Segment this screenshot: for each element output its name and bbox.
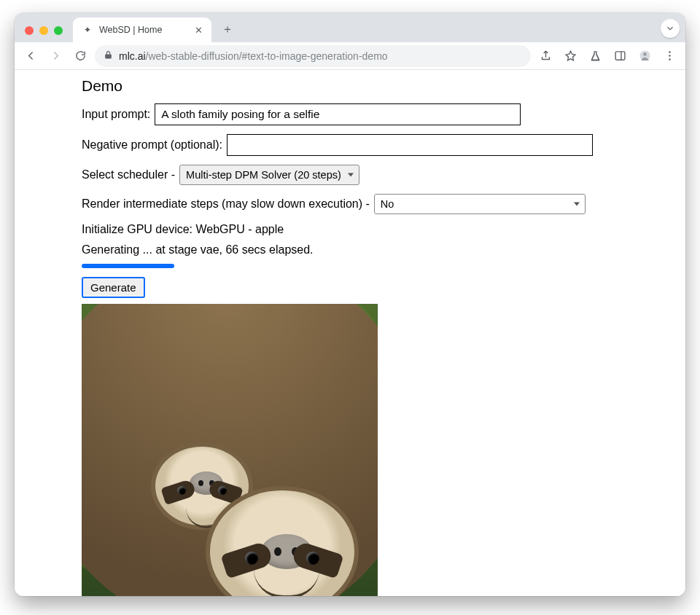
nav-reload-button[interactable] bbox=[70, 46, 90, 66]
demo-page: Demo Input prompt: Negative prompt (opti… bbox=[82, 76, 685, 596]
lock-icon bbox=[104, 50, 113, 62]
address-url: mlc.ai/web-stable-diffusion/#text-to-ima… bbox=[119, 50, 388, 62]
share-button[interactable] bbox=[535, 46, 556, 66]
url-path: /web-stable-diffusion/#text-to-image-gen… bbox=[146, 50, 388, 62]
page-viewport: Demo Input prompt: Negative prompt (opti… bbox=[15, 70, 685, 596]
progress-bar bbox=[82, 264, 548, 268]
negative-prompt-label: Negative prompt (optional): bbox=[82, 138, 222, 152]
window-traffic-lights bbox=[20, 26, 67, 42]
nav-back-button[interactable] bbox=[20, 46, 41, 66]
browser-window: ✦ WebSD | Home ✕ ＋ mlc.ai/web-stable-dif… bbox=[15, 13, 685, 596]
scheduler-label: Select scheduler - bbox=[82, 168, 175, 181]
input-prompt-field[interactable] bbox=[155, 103, 521, 125]
negative-prompt-field[interactable] bbox=[227, 134, 593, 156]
profile-avatar-icon[interactable] bbox=[634, 46, 655, 66]
browser-toolbar: mlc.ai/web-stable-diffusion/#text-to-ima… bbox=[15, 42, 685, 70]
render-select-wrap: No bbox=[374, 194, 586, 214]
scheduler-select-wrap: Multi-step DPM Solver (20 steps) bbox=[179, 165, 359, 185]
address-bar[interactable]: mlc.ai/web-stable-diffusion/#text-to-ima… bbox=[95, 45, 531, 67]
svg-point-3 bbox=[643, 52, 647, 56]
page-heading: Demo bbox=[82, 77, 685, 95]
svg-point-4 bbox=[669, 51, 671, 53]
svg-rect-0 bbox=[615, 52, 625, 60]
url-host: mlc.ai bbox=[119, 50, 146, 62]
nav-forward-button[interactable] bbox=[45, 46, 66, 66]
scheduler-row: Select scheduler - Multi-step DPM Solver… bbox=[82, 165, 685, 185]
init-device-line: Initialize GPU device: WebGPU - apple bbox=[82, 223, 685, 236]
svg-point-6 bbox=[669, 58, 671, 60]
render-steps-label: Render intermediate steps (may slow down… bbox=[82, 197, 370, 211]
render-steps-row: Render intermediate steps (may slow down… bbox=[82, 194, 685, 214]
tab-strip: ✦ WebSD | Home ✕ ＋ bbox=[15, 13, 685, 42]
render-steps-select[interactable]: No bbox=[374, 194, 586, 214]
status-line: Generating ... at stage vae, 66 secs ela… bbox=[82, 243, 685, 256]
traffic-minimize[interactable] bbox=[39, 26, 48, 35]
input-prompt-row: Input prompt: bbox=[82, 103, 685, 125]
traffic-maximize[interactable] bbox=[54, 26, 63, 35]
svg-point-5 bbox=[669, 55, 671, 57]
chrome-menu-icon[interactable] bbox=[659, 46, 680, 66]
tab-close-icon[interactable]: ✕ bbox=[195, 25, 203, 36]
progress-fill bbox=[82, 264, 174, 268]
side-panel-icon[interactable] bbox=[610, 46, 630, 66]
tab-search-button[interactable] bbox=[661, 19, 680, 38]
new-tab-button[interactable]: ＋ bbox=[217, 19, 238, 39]
extensions-lab-icon[interactable] bbox=[585, 46, 605, 66]
bookmark-star-icon[interactable] bbox=[560, 46, 580, 66]
input-prompt-label: Input prompt: bbox=[82, 108, 150, 121]
negative-prompt-row: Negative prompt (optional): bbox=[82, 134, 685, 156]
tab-favicon-icon: ✦ bbox=[82, 24, 93, 36]
generated-image bbox=[82, 304, 378, 596]
scheduler-select[interactable]: Multi-step DPM Solver (20 steps) bbox=[179, 165, 359, 185]
tab-title: WebSD | Home bbox=[99, 25, 189, 35]
browser-tab-active[interactable]: ✦ WebSD | Home ✕ bbox=[73, 17, 211, 42]
generate-button[interactable]: Generate bbox=[82, 277, 145, 298]
traffic-close[interactable] bbox=[25, 26, 34, 35]
